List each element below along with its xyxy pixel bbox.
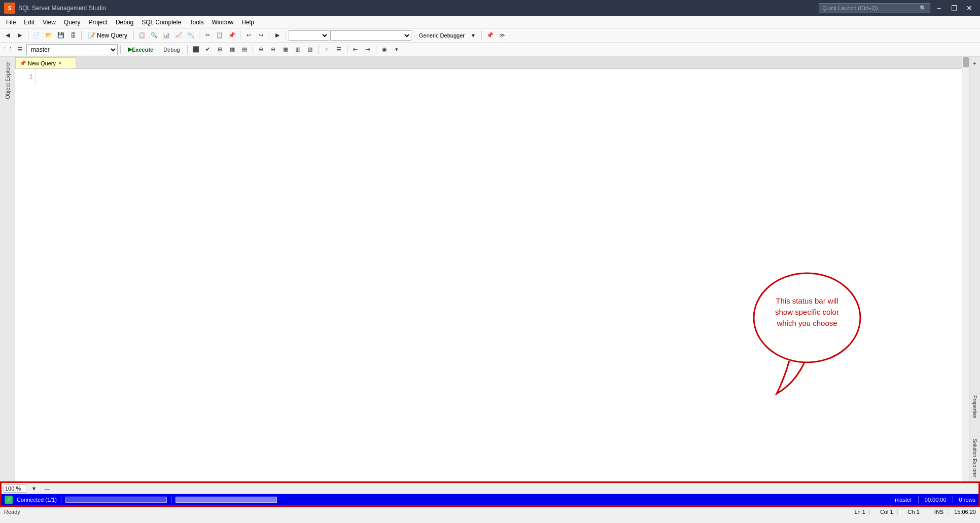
tb2-btn6[interactable]: ≡	[321, 44, 332, 55]
copy-button[interactable]: 📋	[214, 30, 225, 41]
separator11	[187, 45, 188, 54]
minimize-button[interactable]: −	[932, 3, 946, 14]
tab-bar: 📌 New Query ✕	[15, 57, 962, 69]
debug-action[interactable]: ▶	[272, 30, 283, 41]
grid-button[interactable]: ⊞	[215, 44, 226, 55]
menu-edit[interactable]: Edit	[20, 16, 39, 28]
debug-label: Debug	[163, 47, 180, 53]
ins-status: INS	[930, 509, 948, 515]
cut-button[interactable]: ✂	[202, 30, 213, 41]
menu-window[interactable]: Window	[208, 16, 238, 28]
line-numbers: 1	[15, 69, 36, 85]
tb2-btn8[interactable]: ⇤	[350, 44, 361, 55]
menu-help[interactable]: Help	[237, 16, 258, 28]
check-button[interactable]: ✔	[202, 44, 214, 55]
query-btn5[interactable]: 📉	[185, 30, 196, 41]
new-file-button[interactable]: 📄	[31, 30, 42, 41]
new-query-icon: 📝	[88, 32, 95, 39]
redo-button[interactable]: ↪	[255, 30, 266, 41]
tb2-btn5[interactable]: ▧	[304, 44, 316, 55]
separator3	[133, 31, 134, 40]
menu-debug[interactable]: Debug	[112, 16, 137, 28]
undo-button[interactable]: ↩	[243, 30, 254, 41]
query-btn3[interactable]: 📊	[161, 30, 172, 41]
tb2-btn7[interactable]: ☰	[333, 44, 344, 55]
zoom-slider-button[interactable]: —	[42, 483, 53, 494]
config-dropdown[interactable]	[289, 30, 329, 41]
title-bar-left: S SQL Server Management Studio	[4, 3, 106, 14]
separator5	[240, 31, 240, 40]
restore-button[interactable]: ❐	[948, 3, 961, 14]
save-button[interactable]: 💾	[55, 30, 66, 41]
platform-dropdown[interactable]	[330, 30, 411, 41]
tb2-btn1[interactable]: ⊕	[256, 44, 267, 55]
zoom-input[interactable]	[4, 484, 26, 493]
status-sep4	[953, 496, 953, 503]
right-panel: + Properties Solution Explorer	[969, 57, 980, 481]
rows-count: 0 rows	[959, 497, 975, 503]
query-time: 00:00:00	[925, 497, 947, 503]
grid2-button[interactable]: ▦	[227, 44, 238, 55]
open-file-button[interactable]: 📂	[43, 30, 54, 41]
title-bar: S SQL Server Management Studio Quick Lau…	[0, 0, 980, 16]
properties-panel-label[interactable]: Properties	[972, 391, 977, 423]
menu-view[interactable]: View	[39, 16, 60, 28]
status-sep3	[918, 496, 919, 503]
query-btn4[interactable]: 📈	[173, 30, 184, 41]
tb2-btn4[interactable]: ▥	[292, 44, 303, 55]
code-content[interactable]	[38, 69, 962, 481]
quick-launch-box[interactable]: Quick Launch (Ctrl+Q) 🔍	[819, 3, 930, 13]
title-text: SQL Server Management Studio	[18, 5, 106, 12]
query-toolbar: ⋮⋮ ☰ master ▶ Execute Debug ⬛ ✔ ⊞ ▦ ▤ ⊕ …	[0, 43, 980, 57]
tb2-btn10[interactable]: ◉	[379, 44, 390, 55]
debugger-dropdown[interactable]: ▼	[468, 30, 479, 41]
save-all-button[interactable]: 🗄	[67, 30, 79, 41]
object-explorer-panel[interactable]: Object Explorer	[5, 57, 11, 103]
toolbar-pin[interactable]: 📌	[484, 30, 496, 41]
editor-tab[interactable]: 📌 New Query ✕	[15, 57, 76, 68]
execute-button[interactable]: ▶ Execute	[123, 44, 158, 55]
vertical-scrollbar[interactable]	[962, 57, 969, 481]
forward-button[interactable]: ▶	[14, 30, 25, 41]
add-panel-button[interactable]: +	[970, 59, 979, 68]
zoom-dropdown-button[interactable]: ▼	[28, 483, 40, 494]
query-btn2[interactable]: 🔍	[149, 30, 160, 41]
separator13	[318, 45, 319, 54]
separator14	[347, 45, 347, 54]
status-sep1	[61, 496, 61, 503]
toolbar2-grip[interactable]: ⋮⋮	[2, 44, 13, 55]
toolbar-options[interactable]: ≫	[497, 30, 508, 41]
tb2-btn11[interactable]: ▾	[391, 44, 402, 55]
open-query-button[interactable]: 📋	[136, 30, 148, 41]
code-editor[interactable]: 1 This status bar will show specific col…	[15, 69, 962, 481]
tab-label: New Query	[28, 60, 56, 66]
grid3-button[interactable]: ▤	[239, 44, 250, 55]
status-sep2	[171, 496, 171, 503]
app-icon: S	[4, 3, 15, 14]
progress-bar2	[176, 497, 277, 503]
debug-button[interactable]: Debug	[159, 44, 184, 55]
new-query-label: New Query	[97, 32, 127, 39]
close-button[interactable]: ✕	[963, 3, 976, 14]
stop-button[interactable]: ⬛	[190, 44, 201, 55]
ch-status: Ch 1	[904, 509, 924, 515]
toolbar2-btn1[interactable]: ☰	[14, 44, 25, 55]
new-query-button[interactable]: 📝 New Query	[84, 30, 131, 41]
quick-launch-text: Quick Launch (Ctrl+Q)	[822, 5, 878, 11]
menu-project[interactable]: Project	[85, 16, 112, 28]
menu-query[interactable]: Query	[60, 16, 85, 28]
menu-file[interactable]: File	[2, 16, 20, 28]
back-button[interactable]: ◀	[2, 30, 13, 41]
tab-close-icon[interactable]: ✕	[58, 60, 62, 66]
menu-tools[interactable]: Tools	[186, 16, 208, 28]
scrollbar-thumb[interactable]	[963, 57, 969, 67]
paste-button[interactable]: 📌	[226, 30, 237, 41]
solution-explorer-panel-label[interactable]: Solution Explorer	[972, 435, 977, 481]
line-number-1: 1	[17, 73, 33, 81]
tb2-btn3[interactable]: ▦	[280, 44, 291, 55]
database-dropdown[interactable]: master	[26, 44, 118, 55]
blue-status-bar: 🔗 Connected (1/1) master 00:00:00 0 rows	[2, 494, 978, 505]
tb2-btn2[interactable]: ⊖	[268, 44, 279, 55]
tb2-btn9[interactable]: ⇥	[362, 44, 373, 55]
menu-sqlcomplete[interactable]: SQL Complete	[137, 16, 185, 28]
